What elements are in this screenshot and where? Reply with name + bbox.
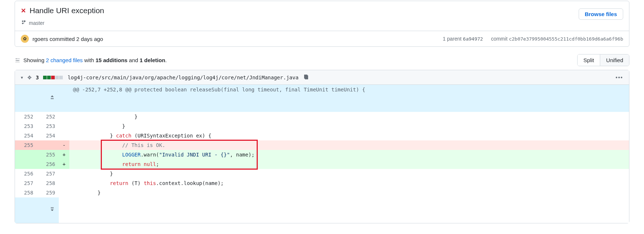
line-number-new[interactable]: 258	[37, 178, 59, 188]
code-cell[interactable]: }	[69, 188, 629, 197]
diff-line-ctx: 257258 return (T) this.context.lookup(na…	[15, 178, 629, 188]
diff-line-add: 255+ LOGGER.warn("Invalid JNDI URI - {}"…	[15, 150, 629, 159]
deletions-count: 1 deletion	[140, 57, 165, 63]
diff-sign	[59, 131, 69, 140]
showing-label: Showing	[23, 57, 46, 63]
line-number-old[interactable]: 257	[15, 178, 37, 188]
line-number-old[interactable]: 254	[15, 131, 37, 140]
diff-body-wrapper: @@ -252,7 +252,8 @@ protected boolean re…	[15, 85, 629, 223]
file-change-count: 3	[36, 75, 39, 80]
line-number-old[interactable]: 252	[15, 112, 37, 121]
diff-sign	[59, 178, 69, 188]
line-number-old[interactable]	[15, 150, 37, 159]
expand-down-icon[interactable]	[15, 197, 59, 223]
commit-box: ✕ Handle URI exception master Browse fil…	[15, 1, 629, 47]
diff-table: @@ -252,7 +252,8 @@ protected boolean re…	[15, 85, 629, 197]
commit-sha: c2b07e37995004555c211cdf0bb169d6a6a6f96b	[509, 36, 623, 42]
diff-line-ctx: 256257 }	[15, 169, 629, 178]
diff-sign: +	[59, 159, 69, 169]
author-link[interactable]: rgoers	[32, 36, 48, 42]
unified-view-button[interactable]: Unified	[600, 54, 629, 66]
diff-line-ctx: 253253 }	[15, 121, 629, 131]
diff-line-add: 256+ return null;	[15, 159, 629, 169]
code-cell[interactable]: } catch (URISyntaxException ex) {	[69, 131, 629, 140]
expand-down-row	[15, 197, 629, 223]
code-cell[interactable]: }	[69, 121, 629, 131]
line-number-old[interactable]: 255	[15, 140, 37, 150]
line-number-old[interactable]: 253	[15, 121, 37, 131]
dot: .	[165, 57, 167, 63]
diff-file: ▾ ✥ 3 log4j-core/src/main/java/org/apach…	[15, 70, 629, 223]
line-number-new[interactable]: 257	[37, 169, 59, 178]
diff-sign	[59, 121, 69, 131]
browse-files-button[interactable]: Browse files	[579, 8, 623, 20]
code-cell[interactable]: // This is OK.	[69, 140, 629, 150]
drag-handle-icon[interactable]: ✥	[27, 75, 31, 80]
diff-line-ctx: 252252 }	[15, 112, 629, 121]
commit-byline: ✿ rgoers committed 2 days ago 1 parent 6…	[15, 31, 629, 46]
avatar[interactable]: ✿	[21, 35, 29, 43]
code-cell[interactable]: return null;	[69, 159, 629, 169]
parent-label: 1 parent	[443, 36, 461, 42]
code-cell[interactable]: return (T) this.context.lookup(name);	[69, 178, 629, 188]
diff-icon	[15, 57, 20, 63]
line-number-new[interactable]: 252	[37, 112, 59, 121]
line-number-old[interactable]	[15, 159, 37, 169]
line-number-new[interactable]: 259	[37, 188, 59, 197]
line-number-old[interactable]: 258	[15, 188, 37, 197]
diff-line-del: 255- // This is OK.	[15, 140, 629, 150]
branch-name[interactable]: master	[29, 20, 45, 26]
hunk-header-row: @@ -252,7 +252,8 @@ protected boolean re…	[15, 85, 629, 112]
copy-path-icon[interactable]	[303, 74, 309, 81]
diff-table-tail	[15, 197, 629, 223]
diff-sign	[59, 169, 69, 178]
diff-view-toggle: Split Unified	[577, 54, 629, 66]
additions-count: 15 additions	[96, 57, 128, 63]
diff-sign: -	[59, 140, 69, 150]
changed-files-link[interactable]: 2 changed files	[46, 57, 83, 63]
diff-sign	[59, 188, 69, 197]
diff-line-ctx: 258259 }	[15, 188, 629, 197]
file-actions-menu[interactable]: •••	[616, 75, 623, 80]
split-view-button[interactable]: Split	[578, 54, 600, 66]
diffstat-blocks	[43, 76, 63, 79]
line-number-new[interactable]: 255	[37, 150, 59, 159]
committed-text: committed 2 days ago	[50, 36, 103, 42]
branch-icon	[21, 19, 27, 26]
diff-file-header: ▾ ✥ 3 log4j-core/src/main/java/org/apach…	[15, 70, 629, 85]
commit-title: Handle URI exception	[30, 6, 104, 15]
hunk-header-text: @@ -252,7 +252,8 @@ protected boolean re…	[69, 85, 629, 112]
parent-sha-link[interactable]: 6a94972	[463, 36, 483, 42]
file-path[interactable]: log4j-core/src/main/java/org/apache/logg…	[68, 75, 298, 80]
line-number-old[interactable]: 256	[15, 169, 37, 178]
commit-sha-label: commit	[491, 36, 507, 42]
code-cell[interactable]: }	[69, 112, 629, 121]
diff-sign	[59, 112, 69, 121]
and-label: and	[127, 57, 139, 63]
commit-status-closed-icon: ✕	[21, 8, 26, 14]
collapse-file-toggle[interactable]: ▾	[21, 75, 23, 80]
line-number-new[interactable]: 256	[37, 159, 59, 169]
line-number-new[interactable]	[37, 140, 59, 150]
code-cell[interactable]: LOGGER.warn("Invalid JNDI URI - {}", nam…	[69, 150, 629, 159]
line-number-new[interactable]: 253	[37, 121, 59, 131]
diff-line-ctx: 254254 } catch (URISyntaxException ex) {	[15, 131, 629, 140]
diff-summary-bar: Showing 2 changed files with 15 addition…	[15, 54, 629, 66]
with-label: with	[83, 57, 96, 63]
code-cell[interactable]: }	[69, 169, 629, 178]
diff-sign: +	[59, 150, 69, 159]
commit-header: ✕ Handle URI exception master Browse fil…	[15, 1, 629, 31]
expand-up-icon[interactable]	[15, 85, 59, 112]
line-number-new[interactable]: 254	[37, 131, 59, 140]
